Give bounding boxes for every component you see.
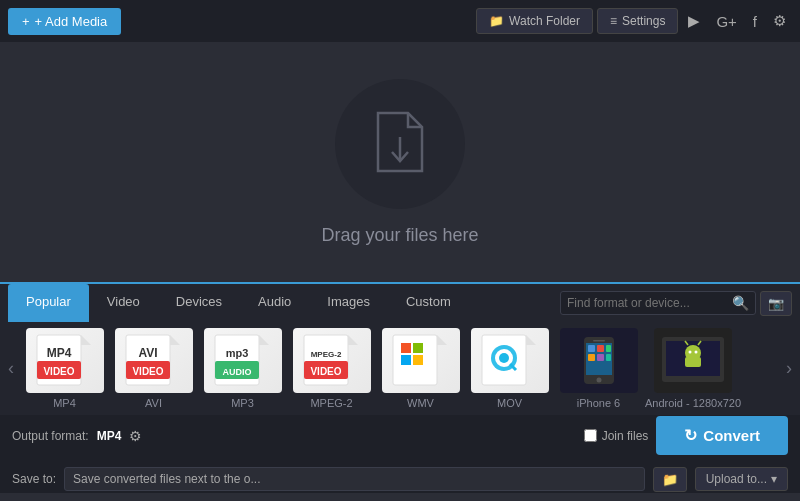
gear-settings-button[interactable]: ⚙ <box>767 8 792 34</box>
toolbar-right: 📁 Watch Folder ≡ Settings ▶ G+ f ⚙ <box>476 8 792 34</box>
search-box: 🔍 <box>560 291 756 315</box>
add-media-label: + Add Media <box>35 14 108 29</box>
output-format-value: MP4 <box>97 429 122 443</box>
format-mp3[interactable]: AUDIO mp3 MP3 <box>200 328 285 409</box>
android-icon-box <box>654 328 732 393</box>
mov-svg <box>480 333 540 388</box>
facebook-button[interactable]: f <box>747 9 763 34</box>
youtube-icon: ▶ <box>688 12 700 29</box>
join-files-checkbox-group: Join files <box>584 429 649 443</box>
browse-folder-button[interactable]: 📁 <box>653 467 687 492</box>
bottom-row2: Save to: Save converted files next to th… <box>12 467 788 492</box>
svg-rect-39 <box>606 345 611 352</box>
svg-rect-41 <box>597 354 604 361</box>
convert-button[interactable]: ↻ Convert <box>656 416 788 455</box>
format-mov[interactable]: MOV <box>467 328 552 409</box>
mp4-svg: VIDEO MP4 <box>35 333 95 388</box>
iphone6-label: iPhone 6 <box>577 397 620 409</box>
settings-button[interactable]: ≡ Settings <box>597 8 678 34</box>
search-input[interactable] <box>567 296 727 310</box>
svg-rect-40 <box>588 354 595 361</box>
search-button[interactable]: 🔍 <box>732 295 749 311</box>
bottom-row1: Output format: MP4 ⚙ Join files ↻ Conver… <box>12 416 788 455</box>
tab-images[interactable]: Images <box>309 284 388 322</box>
next-arrow-button[interactable]: › <box>778 328 800 409</box>
avi-svg: VIDEO AVI <box>124 333 184 388</box>
format-mp4[interactable]: VIDEO MP4 MP4 <box>22 328 107 409</box>
convert-label: Convert <box>703 427 760 444</box>
output-settings-gear[interactable]: ⚙ <box>129 428 142 444</box>
format-android[interactable]: Android - 1280x720 <box>645 328 741 409</box>
tabs-row: Popular Video Devices Audio Images Custo… <box>0 284 800 322</box>
upload-arrow-icon: ▾ <box>771 472 777 486</box>
svg-rect-26 <box>413 355 423 365</box>
svg-text:VIDEO: VIDEO <box>43 366 74 377</box>
output-format-label: Output format: <box>12 429 89 443</box>
tab-custom[interactable]: Custom <box>388 284 469 322</box>
format-iphone6[interactable]: iPhone 6 <box>556 328 641 409</box>
svg-text:VIDEO: VIDEO <box>132 366 163 377</box>
upload-label: Upload to... <box>706 472 767 486</box>
prev-arrow-button[interactable]: ‹ <box>0 328 22 409</box>
svg-rect-38 <box>597 345 604 352</box>
icons-scroll: VIDEO MP4 MP4 VIDEO AVI AVI <box>22 328 778 409</box>
facebook-icon: f <box>753 13 757 30</box>
plus-icon: + <box>22 14 30 29</box>
drop-zone[interactable]: Drag your files here <box>0 42 800 282</box>
mp3-label: MP3 <box>231 397 254 409</box>
watch-folder-button[interactable]: 📁 Watch Folder <box>476 8 593 34</box>
svg-point-35 <box>596 378 601 383</box>
avi-label: AVI <box>145 397 162 409</box>
screenshot-button[interactable]: 📷 <box>760 291 792 316</box>
save-to-label: Save to: <box>12 472 56 486</box>
android-label: Android - 1280x720 <box>645 397 741 409</box>
svg-rect-36 <box>593 340 605 342</box>
avi-icon-box: VIDEO AVI <box>115 328 193 393</box>
format-wmv[interactable]: WMV <box>378 328 463 409</box>
svg-rect-46 <box>685 357 701 367</box>
format-area: Popular Video Devices Audio Images Custo… <box>0 282 800 415</box>
svg-rect-37 <box>588 345 595 352</box>
iphone-svg <box>569 333 629 388</box>
tab-popular[interactable]: Popular <box>8 284 89 322</box>
svg-rect-24 <box>413 343 423 353</box>
svg-text:MP4: MP4 <box>46 346 71 360</box>
svg-rect-25 <box>401 355 411 365</box>
upload-to-button[interactable]: Upload to... ▾ <box>695 467 788 491</box>
format-icons-row: ‹ VIDEO MP4 MP4 <box>0 322 800 415</box>
android-svg <box>658 333 728 388</box>
svg-point-48 <box>695 351 698 354</box>
tab-video[interactable]: Video <box>89 284 158 322</box>
svg-marker-28 <box>526 335 536 345</box>
convert-icon: ↻ <box>684 426 697 445</box>
mpeg2-label: MPEG-2 <box>310 397 352 409</box>
drop-zone-text: Drag your files here <box>321 225 478 246</box>
svg-marker-17 <box>348 335 358 345</box>
svg-text:VIDEO: VIDEO <box>310 366 341 377</box>
join-files-label[interactable]: Join files <box>602 429 649 443</box>
watch-folder-label: Watch Folder <box>509 14 580 28</box>
settings-label: Settings <box>622 14 665 28</box>
svg-marker-12 <box>259 335 269 345</box>
wmv-label: WMV <box>407 397 434 409</box>
save-path-display: Save converted files next to the o... <box>64 467 645 491</box>
svg-marker-7 <box>170 335 180 345</box>
svg-rect-23 <box>401 343 411 353</box>
youtube-button[interactable]: ▶ <box>682 8 706 34</box>
googleplus-button[interactable]: G+ <box>710 9 742 34</box>
svg-text:AVI: AVI <box>138 346 157 360</box>
tab-audio[interactable]: Audio <box>240 284 309 322</box>
svg-marker-2 <box>81 335 91 345</box>
format-mpeg2[interactable]: VIDEO MPEG-2 MPEG-2 <box>289 328 374 409</box>
mp3-svg: AUDIO mp3 <box>213 333 273 388</box>
menu-icon: ≡ <box>610 14 617 28</box>
tab-devices[interactable]: Devices <box>158 284 240 322</box>
svg-text:MPEG-2: MPEG-2 <box>310 350 341 359</box>
format-avi[interactable]: VIDEO AVI AVI <box>111 328 196 409</box>
toolbar: + + Add Media 📁 Watch Folder ≡ Settings … <box>0 0 800 42</box>
wmv-icon-box <box>382 328 460 393</box>
join-files-checkbox[interactable] <box>584 429 597 442</box>
mpeg2-svg: VIDEO MPEG-2 <box>302 333 362 388</box>
add-media-button[interactable]: + + Add Media <box>8 8 121 35</box>
bottom-bar: Output format: MP4 ⚙ Join files ↻ Conver… <box>0 415 800 493</box>
